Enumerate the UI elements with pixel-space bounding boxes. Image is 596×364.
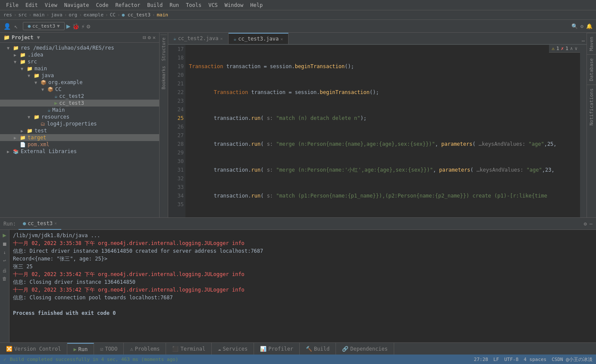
tab-cctest2[interactable]: ☕ cc_test2.java ✕ [168,33,229,44]
coverage-button[interactable]: ⚡ [81,23,85,30]
notifications-tab[interactable]: Notifications [587,85,596,129]
run-stop-icon[interactable]: ⏹ [2,241,7,247]
tree-item-ext-libs[interactable]: ▶ 📚 External Libraries [0,148,159,155]
menu-help[interactable]: Help [248,1,265,9]
run-button[interactable]: ▶ [66,22,71,30]
notifications-icon[interactable]: 🔔 [586,23,593,29]
menu-refactor[interactable]: Refactor [113,1,143,9]
breadcrumb-cc[interactable]: CC [110,12,116,18]
breadcrumb-cctest3[interactable]: ● cc_test3 [122,12,151,18]
cursor-icon[interactable]: ↖ [14,23,18,30]
breadcrumb-java[interactable]: java [51,12,63,18]
tree-item-cc[interactable]: ▼ 📦 CC [0,86,159,93]
nav-tab-build[interactable]: 🔨 Build [300,343,336,355]
expand-arrow-cc: ▼ [41,87,47,92]
tab-cctest3[interactable]: ☕ cc_test3.java ✕ [229,33,289,44]
code-line-19: transaction.run( s: "match (n) detach de… [189,114,577,122]
breadcrumb-main[interactable]: main [33,12,45,18]
expand-arrow-org: ▼ [35,80,41,85]
panel-settings-icon[interactable]: ⚙ [584,221,587,227]
profile-icon[interactable]: 👤 [3,23,11,30]
nav-tab-problems[interactable]: ⚠ Problems [124,343,166,355]
clear-icon[interactable]: 🗑 [2,276,7,282]
menu-edit[interactable]: Edit [23,1,41,9]
nav-tab-dependencies[interactable]: 🔗 Dependencies [336,343,394,355]
tree-item-src[interactable]: ▼ 📁 src [0,58,159,65]
tree-item-org-example[interactable]: ▼ 📦 org.example [0,79,159,86]
breadcrumb-org[interactable]: org [69,12,77,18]
chevron-up-icon[interactable]: ∧ [570,46,573,51]
tree-item-target[interactable]: ▶ 📁 target [0,134,159,141]
structure-tab[interactable]: Structure [160,35,167,63]
tree-item-log4j[interactable]: 🗂 log4j.properties [0,120,159,127]
code-editor[interactable]: ⚠ 1 ✗ 1 ∧ ∨ 17 18 19 20 21 22 23 24 25 2… [168,45,587,217]
nav-tab-services[interactable]: ☁ Services [212,343,254,355]
run-tab-active[interactable]: ● cc_test3 ✕ [19,218,61,230]
dropdown-arrow-icon[interactable]: ▼ [37,35,40,41]
breadcrumb-method[interactable]: main [157,12,168,18]
scroll-end-icon[interactable]: ↓ [3,250,6,255]
menu-vcs[interactable]: VCS [206,1,220,9]
close-tab2[interactable]: ✕ [280,37,283,41]
run-config[interactable]: ● cc_test3 ▼ [23,22,64,30]
sidebar: 📁 Project ▼ ⊟ ⚙ ✕ ▼ 📁 res /media/liuhao/… [0,33,160,217]
settings-sidebar-icon[interactable]: ⚙ [148,35,151,41]
nav-tab-todo[interactable]: ☑ TODO [94,343,124,355]
nav-tab-run[interactable]: ▶ Run [67,343,94,355]
status-charset[interactable]: UTF-8 [504,357,518,362]
breadcrumb: res › src › main › java › org › example … [0,10,596,20]
folder-icon-idea: 📁 [20,52,26,58]
menu-code[interactable]: Code [94,1,111,9]
tree-item-idea[interactable]: ▶ 📁 .idea [0,51,159,58]
console-output[interactable]: /lib/jvm/jdk1.8/bin/java ... 十一月 02, 202… [9,230,596,342]
menu-tools[interactable]: Tools [183,1,204,9]
tree-item-cctest2[interactable]: ☕ cc_test2 [0,93,159,100]
close-run-tab-icon[interactable]: ✕ [54,221,57,226]
nav-tab-terminal[interactable]: ⬛ Terminal [166,343,212,355]
search-toolbar-icon[interactable]: 🔍 [571,23,578,29]
chevron-down-icon[interactable]: ∨ [574,46,577,51]
database-tab[interactable]: Database [587,54,596,85]
version-control-icon: 🔀 [6,346,13,352]
tree-item-res[interactable]: ▼ 📁 res /media/liuhao/sda4/RES/res [0,44,159,51]
nav-tab-version-control[interactable]: 🔀 Version Control [0,343,67,355]
tree-item-cctest3[interactable]: ▶ cc_test3 [0,100,159,107]
nav-tab-profiler[interactable]: 📊 Profiler [254,343,300,355]
maven-tab[interactable]: Maven [587,33,596,54]
tree-item-resources[interactable]: ▼ 📁 resources [0,113,159,120]
print-icon[interactable]: 🖨 [2,268,7,273]
tree-item-java[interactable]: ▼ 📁 java [0,72,159,79]
breadcrumb-example[interactable]: example [84,12,104,18]
menu-navigate[interactable]: Navigate [62,1,92,9]
expand-arrow-java: ▼ [28,73,34,78]
menu-build[interactable]: Build [144,1,165,9]
panel-close-icon[interactable]: — [590,221,593,227]
run-play-icon[interactable]: ▶ [3,232,6,238]
editor-scrollbar[interactable] [580,45,587,217]
tree-item-pom[interactable]: 📄 pom.xml [0,141,159,148]
code-content[interactable]: Transaction transaction = session.beginT… [185,45,580,217]
close-sidebar-icon[interactable]: ✕ [153,35,156,41]
breadcrumb-res[interactable]: res [3,12,12,18]
wrap-icon[interactable]: ↩ [3,258,6,264]
more-button[interactable]: ⚙ [87,23,90,30]
collapse-all-icon[interactable]: ⊟ [143,35,146,41]
bookmarks-tab[interactable]: Bookmarks [160,63,167,92]
tree-item-test[interactable]: ▶ 📁 test [0,127,159,134]
close-tab1[interactable]: ✕ [220,36,223,41]
tree-item-main[interactable]: ▼ 📁 main [0,65,159,72]
settings-toolbar-icon[interactable]: ⚙ [580,23,583,29]
status-position[interactable]: 27:28 [474,357,488,362]
status-message: Build completed successfully in 4 sec, 4… [10,357,179,362]
tree-item-main-class[interactable]: ☕ Main [0,107,159,113]
status-lf[interactable]: LF [493,357,499,362]
breadcrumb-src[interactable]: src [19,12,27,18]
console-line-6: 十一月 02, 2022 3:35:42 下午 org.neo4j.driver… [13,270,593,278]
menu-window[interactable]: Window [222,1,246,9]
java-icon-cctest2: ☕ [54,93,57,99]
menu-run[interactable]: Run [167,1,182,9]
tab-more-icon[interactable]: ⋯ [582,38,585,44]
menu-view[interactable]: View [42,1,60,9]
debug-button[interactable]: 🐞 [72,23,79,30]
menu-file[interactable]: File [3,1,21,9]
